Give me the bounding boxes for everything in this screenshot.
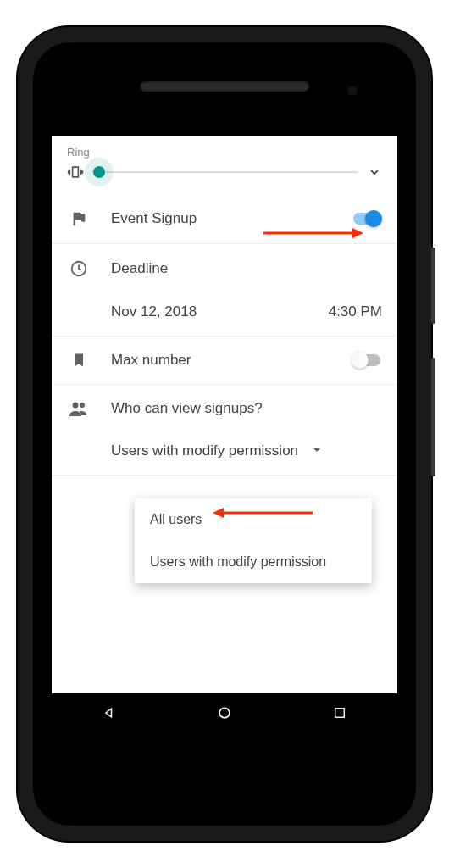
deadline-date: Nov 12, 2018	[111, 303, 197, 320]
event-signup-label: Event Signup	[111, 210, 331, 227]
deadline-time: 4:30 PM	[329, 303, 382, 320]
bookmark-icon	[67, 352, 91, 369]
flag-icon	[67, 209, 91, 228]
svg-point-7	[219, 708, 230, 718]
people-icon	[67, 400, 91, 417]
dropdown-caret-icon	[312, 442, 322, 459]
svg-point-4	[80, 403, 85, 408]
annotation-arrow-allusers	[213, 506, 313, 520]
dropdown-option-all-users[interactable]: All users	[135, 498, 372, 541]
ring-volume-thumb[interactable]	[93, 166, 105, 178]
phone-speaker	[140, 81, 309, 92]
view-signups-label: Who can view signups?	[111, 400, 382, 417]
nav-recent-button[interactable]	[330, 704, 349, 722]
svg-rect-8	[335, 709, 345, 718]
vibrate-icon	[67, 164, 84, 181]
android-navbar	[52, 693, 397, 732]
svg-point-3	[73, 403, 79, 409]
max-number-row: Max number	[52, 337, 397, 385]
annotation-arrow-toggle	[263, 226, 363, 240]
ring-label: Ring	[67, 146, 382, 159]
svg-marker-1	[352, 228, 363, 238]
phone-camera	[348, 86, 357, 95]
dropdown-option-modify-permission[interactable]: Users with modify permission	[135, 541, 372, 583]
deadline-label: Deadline	[111, 260, 382, 277]
deadline-value-row[interactable]: Nov 12, 2018 4:30 PM	[52, 293, 397, 337]
nav-home-button[interactable]	[215, 704, 234, 722]
view-signups-row: Who can view signups?	[52, 385, 397, 432]
ring-volume-slider[interactable]	[92, 171, 358, 173]
clock-icon	[67, 259, 91, 278]
deadline-row: Deadline	[52, 244, 397, 293]
max-number-toggle[interactable]	[352, 352, 382, 369]
nav-back-button[interactable]	[100, 704, 119, 722]
max-number-label: Max number	[111, 352, 331, 369]
volume-expand-chevron[interactable]	[367, 164, 382, 180]
event-signup-toggle[interactable]	[352, 210, 382, 227]
view-signups-selected[interactable]: Users with modify permission	[52, 432, 397, 476]
view-signups-value: Users with modify permission	[111, 442, 298, 459]
svg-marker-6	[213, 508, 224, 518]
